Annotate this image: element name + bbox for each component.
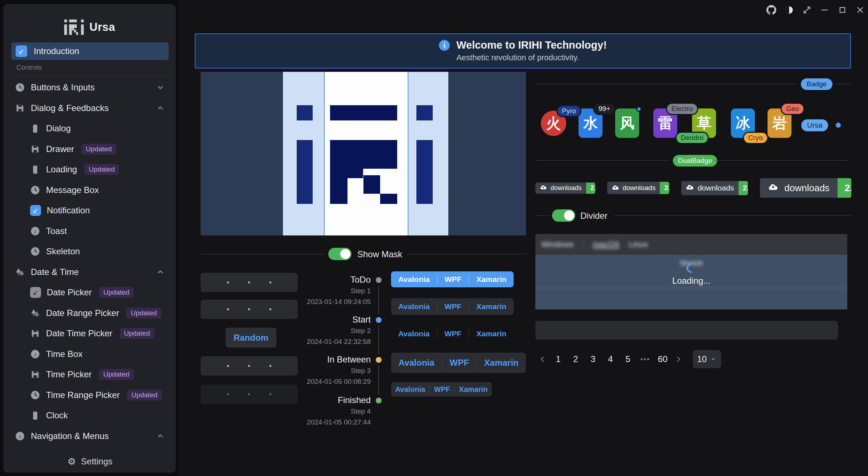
updated-badge: Updated	[99, 287, 134, 298]
sidebar-item-clock[interactable]: Clock	[4, 405, 175, 426]
sidebar-item-buttons-inputs[interactable]: Buttons & Inputs	[4, 77, 175, 98]
tab-windows[interactable]: Windows	[541, 240, 573, 249]
cloud-download-icon	[768, 182, 779, 193]
sidebar-item-label: Buttons & Inputs	[31, 82, 95, 93]
page-5-button[interactable]: 5	[622, 354, 634, 364]
updated-badge: Updated	[84, 164, 119, 175]
sidebar-item-loading[interactable]: LoadingUpdated	[4, 159, 175, 180]
sidebar-item-date-time-picker[interactable]: Date Time PickerUpdated	[4, 323, 175, 344]
main-content: i Welcome to IRIHI Technology! Aesthetic…	[178, 0, 868, 476]
sidebar-item-introduction[interactable]: ↙ Introduction	[11, 42, 169, 60]
minimize-icon[interactable]	[820, 5, 830, 15]
cloud-download-icon	[540, 184, 548, 192]
avalonia-button[interactable]: Avalonia	[396, 302, 432, 311]
platform-group-primary: AvaloniaWPFXamarin	[391, 271, 514, 287]
app-title: Ursa	[90, 21, 115, 34]
sidebar-item-dialog-feedbacks[interactable]: Dialog & Feedbacks	[4, 98, 175, 119]
sidebar-item-label: Date Range Picker	[46, 308, 119, 318]
platform-group-borderless: AvaloniaWPFXamarin	[391, 326, 514, 341]
page-3-button[interactable]: 3	[587, 354, 599, 364]
settings-button[interactable]: ⚙ Settings	[4, 451, 176, 472]
sidebar-item-label: Introduction	[34, 46, 79, 56]
cloud-download-icon	[612, 184, 620, 192]
banner-subtitle: Aesthetic revolution of productivity.	[456, 52, 607, 63]
loading-panel-tabbar: WindowsmacOSLinux	[535, 234, 847, 255]
page-2-button[interactable]: 2	[569, 354, 582, 364]
wpf-button[interactable]: WPF	[443, 275, 464, 284]
sidebar-item-toast[interactable]: ♪Toast	[4, 221, 175, 242]
wpf-button[interactable]: WPF	[432, 385, 452, 394]
sidebar-item-time-box[interactable]: ♪Time Box	[4, 344, 175, 365]
text-input[interactable]	[535, 321, 838, 340]
button-group-separator	[469, 275, 469, 284]
chevron-up-icon[interactable]	[156, 431, 165, 441]
step-name: Finished	[338, 395, 371, 405]
arrow-icon: ↙	[30, 205, 41, 216]
sidebar-item-date-picker[interactable]: ↙Date PickerUpdated	[4, 282, 175, 303]
xamarin-button[interactable]: Xamarin	[482, 357, 521, 368]
geo-badge: Geo	[781, 103, 805, 115]
expand-icon[interactable]	[802, 5, 812, 15]
xamarin-button[interactable]: Xamarin	[457, 385, 490, 394]
show-mask-toggle[interactable]	[328, 248, 351, 260]
page-size-value: 10	[697, 354, 707, 364]
avalonia-button[interactable]: Avalonia	[396, 329, 432, 338]
theme-toggle-icon[interactable]	[784, 5, 794, 15]
sidebar-item-label: Time Range Picker	[46, 390, 120, 400]
sidebar-item-date-time[interactable]: Date & Time	[4, 262, 175, 283]
element-tile: 水99+	[579, 108, 602, 138]
wpf-button[interactable]: WPF	[443, 302, 464, 311]
xamarin-button[interactable]: Xamarin	[474, 275, 509, 284]
xamarin-button[interactable]: Xamarin	[474, 302, 509, 311]
irihi-logo-image	[201, 72, 526, 235]
element-tile: 雷Electro	[653, 108, 677, 138]
sidebar-item-navigation-menus[interactable]: ♪Navigation & Menus	[4, 426, 175, 447]
maximize-icon[interactable]	[838, 5, 847, 15]
note-icon: ♪	[30, 226, 40, 236]
close-icon[interactable]	[855, 5, 865, 15]
chevron-up-icon[interactable]	[156, 103, 165, 113]
chevron-down-icon[interactable]	[156, 83, 165, 92]
chevron-up-icon[interactable]	[156, 267, 165, 277]
wpf-button[interactable]: WPF	[443, 329, 464, 338]
sidebar-item-notification[interactable]: ↙Notification	[4, 200, 175, 221]
step-dot	[376, 398, 382, 403]
wpf-button[interactable]: WPF	[448, 357, 471, 368]
updated-badge: Updated	[126, 308, 161, 319]
sidebar-item-skeleton[interactable]: Skeleton	[4, 241, 175, 262]
button-group-separator	[469, 302, 469, 311]
sidebar-item-time-picker[interactable]: Time PickerUpdated	[4, 364, 175, 385]
page-4-button[interactable]: 4	[604, 354, 617, 364]
next-page-button[interactable]	[674, 355, 683, 364]
downloads-badge: downloads2.4k	[535, 182, 595, 194]
platform-group-small: AvaloniaWPFXamarin	[391, 382, 492, 397]
prev-page-button[interactable]	[538, 355, 547, 364]
xamarin-button[interactable]: Xamarin	[474, 329, 509, 338]
sidebar-item-label: Time Picker	[46, 369, 92, 379]
loading-text: Loading...	[672, 276, 710, 286]
avalonia-button[interactable]: Avalonia	[393, 385, 428, 394]
pagination: 12345•••6010	[538, 349, 721, 369]
electro-badge: Electro	[666, 103, 698, 115]
divider-toggle[interactable]	[552, 209, 575, 222]
page-size-select[interactable]: 10	[693, 350, 721, 368]
github-icon[interactable]	[766, 5, 776, 15]
step-timestamp: 2023-01-14 09:24:05	[307, 298, 371, 306]
updated-badge: Updated	[120, 328, 155, 339]
avalonia-button[interactable]: Avalonia	[396, 275, 432, 284]
sidebar-item-date-range-picker[interactable]: Date Range PickerUpdated	[4, 303, 175, 324]
tab-macos[interactable]: macOS	[593, 240, 619, 249]
tab-linux[interactable]: Linux	[629, 240, 648, 249]
divider-line	[535, 216, 550, 216]
sidebar-item-dialog[interactable]: Dialog	[4, 118, 175, 139]
step-timestamp: 2024-01-05 00:08:29	[307, 378, 371, 386]
downloads-badge: downloads2.4k	[681, 181, 748, 195]
page-60-button[interactable]: 60	[657, 354, 669, 364]
sidebar-item-time-range-picker[interactable]: Time Range PickerUpdated	[4, 385, 175, 406]
sidebar-item-label: Drawer	[46, 144, 74, 154]
sidebar-item-message-box[interactable]: Message Box	[4, 180, 175, 201]
avalonia-button[interactable]: Avalonia	[396, 357, 436, 368]
sidebar-item-drawer[interactable]: DrawerUpdated	[4, 139, 175, 160]
page-1-button[interactable]: 1	[552, 354, 564, 364]
button-group-separator	[429, 385, 430, 393]
